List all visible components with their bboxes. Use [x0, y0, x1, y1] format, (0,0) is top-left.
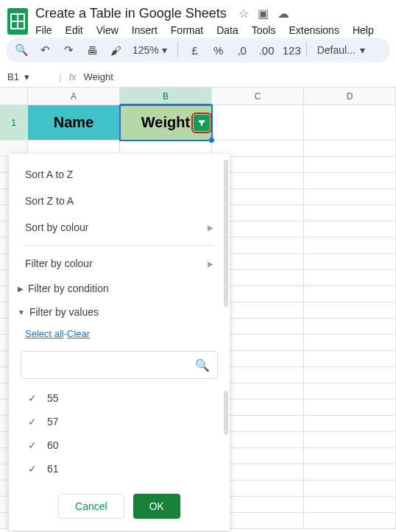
- increase-decimal-icon[interactable]: .00→: [259, 44, 272, 57]
- caret-down-icon: ▼: [18, 308, 25, 316]
- cell[interactable]: [304, 173, 396, 189]
- filter-value-item[interactable]: ✓60: [21, 433, 218, 457]
- clear-link[interactable]: Clear: [67, 328, 90, 339]
- cell-b1-text: Weight: [141, 114, 190, 131]
- filter-by-colour[interactable]: Filter by colour▶: [9, 250, 230, 277]
- cell[interactable]: [304, 448, 396, 464]
- cell-a1[interactable]: Name: [28, 105, 120, 141]
- redo-icon[interactable]: ↷: [62, 43, 75, 57]
- filter-value-item[interactable]: ✓61: [21, 457, 218, 475]
- cell[interactable]: [304, 432, 396, 448]
- caret-right-icon: ▶: [18, 285, 24, 293]
- cell-b1[interactable]: Weight: [120, 105, 212, 141]
- formula-bar[interactable]: Weight: [84, 71, 113, 82]
- cell[interactable]: [304, 480, 396, 497]
- document-title[interactable]: Create a Table in Google Sheets: [35, 6, 227, 21]
- cell[interactable]: [304, 383, 396, 400]
- filter-icon: [197, 118, 206, 127]
- toolbar: 🔍 ↶ ↷ 🖶 🖌 125% ▾ £ % .0← .00→ 123 Defaul…: [6, 38, 390, 63]
- menu-scrollbar[interactable]: [224, 160, 228, 307]
- filter-search-input[interactable]: [21, 359, 217, 371]
- cell[interactable]: [304, 497, 396, 513]
- ok-button[interactable]: OK: [133, 494, 180, 519]
- sort-a-z[interactable]: Sort A to Z: [9, 161, 230, 188]
- row-header-1[interactable]: 1: [0, 105, 28, 141]
- filter-menu: Sort A to Z Sort Z to A Sort by colour▶ …: [9, 154, 230, 531]
- filter-by-values[interactable]: ▼Filter by values: [9, 300, 230, 324]
- filter-value-item[interactable]: ✓55: [21, 386, 218, 410]
- check-icon: ✓: [28, 416, 37, 428]
- star-icon[interactable]: ☆: [238, 7, 249, 21]
- menu-view[interactable]: View: [96, 24, 119, 36]
- col-header-a[interactable]: A: [28, 88, 120, 105]
- check-icon: ✓: [28, 439, 37, 451]
- fx-icon: fx: [68, 71, 76, 82]
- cell-d1[interactable]: [304, 105, 396, 141]
- menu-format[interactable]: Format: [171, 24, 203, 36]
- cell[interactable]: [304, 221, 396, 238]
- values-scrollbar[interactable]: [224, 391, 228, 435]
- sheets-app-icon[interactable]: [7, 8, 28, 35]
- currency-icon[interactable]: £: [188, 44, 202, 57]
- decrease-decimal-icon[interactable]: .0←: [236, 44, 249, 57]
- font-select[interactable]: Defaul... ▾: [317, 44, 365, 56]
- cell[interactable]: [304, 157, 396, 173]
- cell[interactable]: [304, 141, 396, 157]
- cell[interactable]: [304, 319, 396, 335]
- zoom-level[interactable]: 125% ▾: [132, 44, 167, 56]
- cell[interactable]: [304, 254, 396, 270]
- select-all-link[interactable]: Select all: [25, 328, 64, 339]
- print-icon[interactable]: 🖶: [85, 44, 99, 57]
- menu-help[interactable]: Help: [353, 24, 374, 36]
- cancel-button[interactable]: Cancel: [58, 494, 124, 519]
- search-icon[interactable]: 🔍: [15, 43, 28, 57]
- col-header-d[interactable]: D: [304, 88, 396, 105]
- menu-insert[interactable]: Insert: [132, 24, 158, 36]
- cell[interactable]: [304, 400, 396, 416]
- chevron-right-icon: ▶: [208, 260, 213, 268]
- more-formats-icon[interactable]: 123: [283, 44, 296, 57]
- check-icon: ✓: [28, 463, 37, 475]
- sort-z-a[interactable]: Sort Z to A: [9, 188, 230, 214]
- cell[interactable]: [304, 302, 396, 319]
- cell-c1[interactable]: [212, 105, 304, 141]
- cell[interactable]: [304, 351, 396, 367]
- undo-icon[interactable]: ↶: [38, 43, 52, 57]
- name-box[interactable]: B1 ▾: [7, 71, 52, 82]
- menu-extensions[interactable]: Extensions: [289, 24, 339, 36]
- cell[interactable]: [304, 367, 396, 383]
- percent-icon[interactable]: %: [212, 44, 225, 57]
- select-all-corner[interactable]: [0, 88, 28, 105]
- cell[interactable]: [304, 464, 396, 480]
- menu-tools[interactable]: Tools: [252, 24, 276, 36]
- selection-handle[interactable]: [209, 138, 214, 143]
- sort-by-colour[interactable]: Sort by colour▶: [9, 214, 230, 241]
- filter-search[interactable]: 🔍: [21, 351, 218, 379]
- cell[interactable]: [304, 416, 396, 432]
- menu-file[interactable]: File: [35, 24, 52, 36]
- filter-value-item[interactable]: ✓57: [21, 410, 218, 433]
- cell[interactable]: [304, 513, 396, 529]
- cell[interactable]: [304, 286, 396, 302]
- filter-by-condition[interactable]: ▶Filter by condition: [9, 277, 230, 300]
- col-header-b[interactable]: B: [120, 88, 212, 105]
- cell[interactable]: [304, 205, 396, 221]
- chevron-right-icon: ▶: [208, 224, 213, 232]
- menu-data[interactable]: Data: [216, 24, 238, 36]
- paint-format-icon[interactable]: 🖌: [109, 44, 122, 57]
- move-folder-icon[interactable]: ▣: [258, 7, 269, 21]
- cloud-status-icon: ☁: [277, 7, 289, 21]
- cell[interactable]: [304, 270, 396, 286]
- cell[interactable]: [304, 335, 396, 351]
- check-icon: ✓: [28, 392, 37, 404]
- filter-button[interactable]: [194, 115, 210, 131]
- menu-edit[interactable]: Edit: [66, 24, 83, 36]
- search-icon: 🔍: [195, 358, 210, 372]
- cell[interactable]: [304, 189, 396, 205]
- cell[interactable]: [304, 238, 396, 254]
- col-header-c[interactable]: C: [212, 88, 304, 105]
